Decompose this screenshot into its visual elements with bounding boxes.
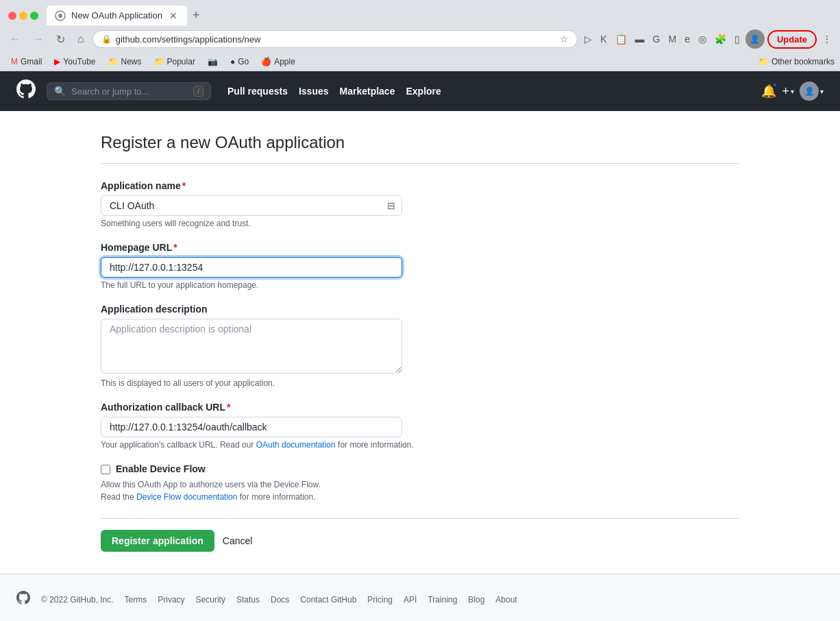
chevron-down-icon: ▾ <box>791 88 794 95</box>
homepage-url-label: Homepage URL* <box>101 242 739 253</box>
bookmark-m-button[interactable]: ▬ <box>632 31 647 47</box>
app-name-input[interactable] <box>101 195 402 216</box>
tab-close-button[interactable]: ✕ <box>168 10 179 21</box>
site-footer: © 2022 GitHub, Inc. Terms Privacy Securi… <box>0 574 840 621</box>
news-icon: 📁 <box>108 57 119 66</box>
address-text: github.com/settings/applications/new <box>116 34 556 45</box>
bookmark-apple-label: Apple <box>274 57 295 66</box>
bookmark-news[interactable]: 📁 News <box>103 56 147 68</box>
search-bar[interactable]: 🔍 / <box>47 82 211 100</box>
update-button[interactable]: Update <box>767 30 817 49</box>
bookmark-instagram[interactable]: 📷 <box>202 56 223 68</box>
callback-url-hint: Your application's callback URL. Read ou… <box>101 440 739 450</box>
bookmark-g-button[interactable]: G <box>650 31 663 47</box>
svg-point-1 <box>58 14 62 18</box>
title-divider <box>101 163 739 164</box>
window-controls <box>5 12 41 20</box>
input-clear-icon: ⊟ <box>387 200 395 211</box>
notifications-button[interactable]: 🔔 <box>761 84 776 99</box>
nav-pull-requests[interactable]: Pull requests <box>227 86 288 97</box>
device-flow-hint2: Read the Device Flow documentation for m… <box>101 492 739 502</box>
footer-status[interactable]: Status <box>236 595 260 605</box>
extensions-button[interactable]: 🧩 <box>712 31 729 47</box>
bookmarks-bar: M Gmail ▶ YouTube 📁 News 📁 Popular 📷 ● G… <box>0 53 840 71</box>
footer-api[interactable]: API <box>404 595 417 605</box>
bookmark-d-button[interactable]: 📋 <box>613 31 630 47</box>
github-navbar: 🔍 / Pull requests Issues Marketplace Exp… <box>0 71 840 111</box>
github-logo[interactable] <box>16 80 36 103</box>
form-actions: Register application Cancel <box>101 518 739 552</box>
homepage-url-input[interactable] <box>101 257 402 278</box>
footer-terms[interactable]: Terms <box>125 595 147 605</box>
search-shortcut: / <box>193 86 203 97</box>
youtube-icon: ▶ <box>54 57 60 66</box>
footer-security[interactable]: Security <box>196 595 225 605</box>
window-maximize-button[interactable] <box>30 12 38 20</box>
new-dropdown-button[interactable]: + ▾ <box>782 84 794 99</box>
homepage-required-star: * <box>173 242 177 253</box>
device-flow-hint1: Allow this OAuth App to authorize users … <box>101 480 739 489</box>
circle-button[interactable]: ◎ <box>695 31 709 47</box>
device-flow-row: Enable Device Flow <box>101 463 739 474</box>
bookmark-k-button[interactable]: K <box>597 31 609 47</box>
meet-button[interactable]: M <box>665 31 679 47</box>
footer-pricing[interactable]: Pricing <box>367 595 393 605</box>
browser-profile-avatar[interactable]: 👤 <box>745 29 765 49</box>
bookmark-gmail-label: Gmail <box>21 57 42 66</box>
forward-button[interactable]: → <box>29 30 48 48</box>
footer-github-logo <box>16 591 30 608</box>
app-name-hint: Something users will recognize and trust… <box>101 219 739 228</box>
bookmark-star-icon[interactable]: ☆ <box>560 34 569 45</box>
bookmark-go[interactable]: ● Go <box>225 56 254 68</box>
footer-about[interactable]: About <box>495 595 517 605</box>
sidebar-button[interactable]: ▯ <box>732 31 743 47</box>
user-chevron-icon: ▾ <box>820 88 824 95</box>
footer-contact[interactable]: Contact GitHub <box>300 595 356 605</box>
other-bookmarks[interactable]: 📁 Other bookmarks <box>758 57 835 66</box>
bookmark-youtube-label: YouTube <box>63 57 95 66</box>
footer-blog[interactable]: Blog <box>468 595 484 605</box>
cast-button[interactable]: ▷ <box>582 31 595 47</box>
device-flow-label[interactable]: Enable Device Flow <box>116 463 206 474</box>
bookmark-youtube[interactable]: ▶ YouTube <box>49 56 101 68</box>
bookmark-popular[interactable]: 📁 Popular <box>149 56 201 68</box>
nav-issues[interactable]: Issues <box>299 86 329 97</box>
callback-url-group: Authorization callback URL* Your applica… <box>101 402 739 450</box>
app-name-label: Application name* <box>101 180 739 191</box>
homepage-url-group: Homepage URL* The full URL to your appli… <box>101 242 739 290</box>
search-input[interactable] <box>71 86 188 97</box>
app-description-group: Application description This is displaye… <box>101 304 739 388</box>
lock-icon: 🔒 <box>101 34 112 44</box>
window-minimize-button[interactable] <box>19 12 27 20</box>
nav-marketplace[interactable]: Marketplace <box>340 86 395 97</box>
callback-url-input[interactable] <box>101 417 402 437</box>
app-description-textarea[interactable] <box>101 319 402 374</box>
back-button[interactable]: ← <box>5 30 25 48</box>
edge-button[interactable]: e <box>682 31 693 47</box>
bookmark-apple[interactable]: 🍎 Apple <box>256 56 301 68</box>
callback-url-label: Authorization callback URL* <box>101 402 739 413</box>
oauth-docs-link[interactable]: OAuth documentation <box>256 440 336 450</box>
address-bar-actions: ☆ <box>560 34 569 45</box>
bookmark-gmail[interactable]: M Gmail <box>5 56 47 68</box>
address-bar[interactable]: 🔒 github.com/settings/applications/new ☆ <box>92 30 578 48</box>
refresh-button[interactable]: ↻ <box>52 30 69 49</box>
register-application-button[interactable]: Register application <box>101 530 214 552</box>
new-tab-button[interactable]: + <box>187 5 206 25</box>
footer-training[interactable]: Training <box>428 595 457 605</box>
go-icon: ● <box>230 57 235 66</box>
device-flow-docs-link[interactable]: Device Flow documentation <box>136 492 237 502</box>
menu-button[interactable]: ⋮ <box>819 31 835 47</box>
active-browser-tab[interactable]: New OAuth Application ✕ <box>47 5 187 25</box>
app-description-hint: This is displayed to all users of your a… <box>101 378 739 388</box>
main-content: Register a new OAuth application Applica… <box>84 111 756 574</box>
nav-explore[interactable]: Explore <box>406 86 441 97</box>
cancel-button[interactable]: Cancel <box>223 535 253 546</box>
footer-privacy[interactable]: Privacy <box>158 595 184 605</box>
home-button[interactable]: ⌂ <box>73 30 88 48</box>
user-avatar: 👤 <box>800 82 819 101</box>
device-flow-checkbox[interactable] <box>101 465 110 474</box>
window-close-button[interactable] <box>8 12 16 20</box>
footer-docs[interactable]: Docs <box>271 595 289 605</box>
user-menu-button[interactable]: 👤 ▾ <box>800 82 824 101</box>
